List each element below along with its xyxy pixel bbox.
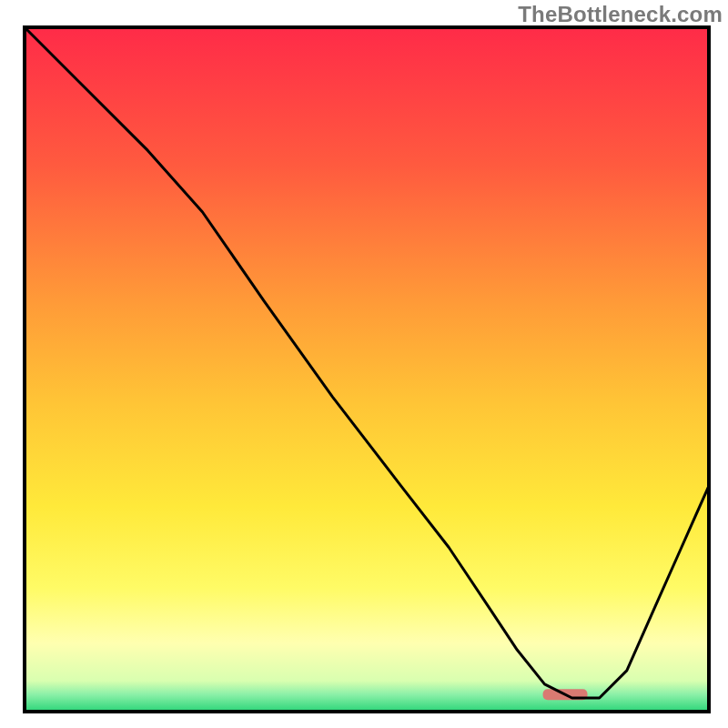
bottleneck-chart	[0, 0, 728, 728]
watermark-text: TheBottleneck.com	[518, 2, 723, 27]
chart-container: TheBottleneck.com	[0, 0, 728, 728]
